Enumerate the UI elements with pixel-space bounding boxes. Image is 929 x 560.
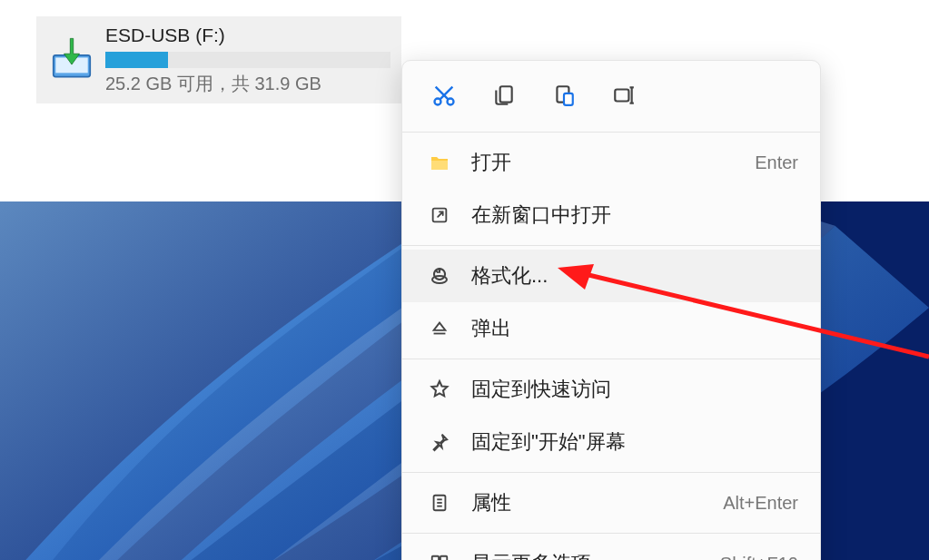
menu-item-open[interactable]: 打开 Enter <box>402 136 820 189</box>
menu-separator <box>402 132 820 133</box>
svg-rect-14 <box>431 161 448 170</box>
drive-icon <box>47 35 96 84</box>
drive-tile[interactable]: ESD-USB (F:) 25.2 GB 可用，共 31.9 GB <box>36 16 401 103</box>
menu-item-more-options[interactable]: 显示更多选项 Shift+F10 <box>402 537 820 560</box>
menu-shortcut: Enter <box>755 152 798 173</box>
menu-item-properties[interactable]: 属性 Alt+Enter <box>402 476 820 529</box>
format-icon <box>424 265 455 287</box>
open-new-window-icon <box>424 205 455 225</box>
menu-separator <box>402 472 820 473</box>
more-options-icon <box>424 554 455 560</box>
paste-icon[interactable] <box>548 79 580 112</box>
menu-label: 显示更多选项 <box>471 550 720 560</box>
menu-separator <box>402 359 820 359</box>
menu-shortcut: Alt+Enter <box>723 493 798 514</box>
context-menu-actions-row <box>402 70 820 128</box>
copy-icon[interactable] <box>488 79 520 112</box>
menu-separator <box>402 245 820 246</box>
menu-label: 打开 <box>471 149 755 176</box>
svg-rect-10 <box>615 90 628 102</box>
cut-icon[interactable] <box>428 79 460 112</box>
menu-separator <box>402 533 820 534</box>
menu-item-format[interactable]: 格式化... <box>402 250 820 302</box>
svg-rect-9 <box>564 93 573 105</box>
menu-shortcut: Shift+F10 <box>720 554 798 561</box>
drive-storage-text: 25.2 GB 可用，共 31.9 GB <box>105 72 390 96</box>
svg-rect-7 <box>500 86 512 102</box>
properties-icon <box>424 493 455 513</box>
svg-rect-23 <box>440 556 447 560</box>
rename-icon[interactable] <box>608 79 640 112</box>
drive-name: ESD-USB (F:) <box>105 25 390 46</box>
menu-item-pin-quick-access[interactable]: 固定到快速访问 <box>402 363 820 416</box>
menu-label: 格式化... <box>471 262 798 290</box>
menu-item-new-window[interactable]: 在新窗口中打开 <box>402 189 820 241</box>
menu-item-pin-start[interactable]: 固定到"开始"屏幕 <box>402 416 820 468</box>
drive-usage-bar <box>105 52 390 68</box>
eject-icon <box>424 319 455 339</box>
svg-rect-22 <box>432 556 439 560</box>
context-menu: 打开 Enter 在新窗口中打开 格式化... 弹出 <box>401 60 821 560</box>
menu-item-eject[interactable]: 弹出 <box>402 302 820 355</box>
folder-icon <box>424 152 455 173</box>
pin-icon <box>424 432 455 452</box>
menu-label: 固定到快速访问 <box>471 376 798 403</box>
menu-label: 弹出 <box>471 315 798 342</box>
menu-label: 固定到"开始"屏幕 <box>471 428 798 456</box>
star-icon <box>424 378 455 400</box>
menu-label: 属性 <box>471 489 723 516</box>
menu-label: 在新窗口中打开 <box>471 201 798 229</box>
